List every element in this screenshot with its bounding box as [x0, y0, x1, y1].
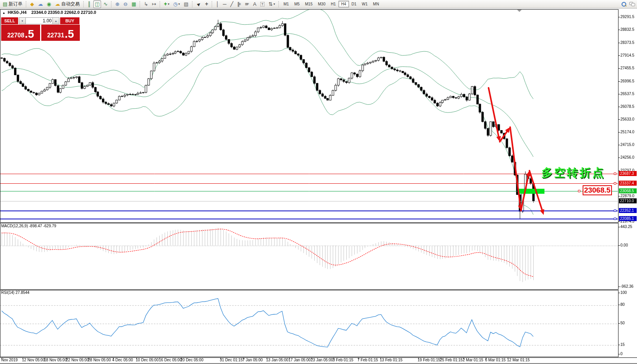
- chart-shift-icon[interactable]: ↦: [150, 0, 158, 8]
- chat-icon[interactable]: [629, 2, 635, 6]
- bar-chart-icon[interactable]: ║: [86, 0, 93, 8]
- timeframe-m5-button[interactable]: M5: [292, 1, 302, 7]
- time-axis-label: 28 Nov 05:00: [88, 358, 111, 362]
- fibonacci-icon[interactable]: ≡F: [243, 0, 251, 8]
- sell-price-main: 22708: [7, 31, 25, 40]
- volume-input[interactable]: [25, 17, 53, 24]
- time-axis-label: 12 Mar 01:15: [507, 358, 530, 362]
- horizontal-line-icon[interactable]: ─: [221, 0, 228, 8]
- timeframe-m1-button[interactable]: M1: [281, 1, 292, 7]
- tline-icon: ╱: [230, 2, 233, 7]
- crosshair-icon: +: [205, 2, 208, 7]
- signal-icon[interactable]: ◉: [45, 0, 52, 8]
- autotrade-icon: ☁: [55, 2, 60, 7]
- time-axis-label: 13 Jan 05:00: [266, 358, 288, 362]
- trendline-icon[interactable]: ╱: [229, 0, 235, 8]
- price-level-badge: 22352.1: [619, 208, 637, 213]
- market-watch-icon[interactable]: ☁: [36, 0, 44, 8]
- autotrade-button[interactable]: ☁自动交易: [54, 0, 81, 8]
- timeframe-m30-button[interactable]: M30: [315, 1, 328, 7]
- timeframe-m15-button[interactable]: M15: [302, 1, 315, 7]
- sell-button[interactable]: SELL: [1, 17, 18, 24]
- templates-icon[interactable]: ▧: [182, 0, 190, 8]
- cloud-user-icon: ☁: [38, 2, 43, 7]
- price-axis-label: 50: [620, 321, 625, 325]
- toolbar-separator: [111, 1, 112, 7]
- time-axis-label: 10 Dec 05:00: [136, 358, 159, 362]
- time-axis-label: 4 Dec 05:00: [112, 358, 133, 362]
- buy-button[interactable]: BUY: [60, 17, 79, 24]
- price-axis-label: 26078.5: [620, 104, 634, 109]
- periods-button[interactable]: ◷▾: [172, 0, 181, 8]
- auto-scroll-icon: ↳: [144, 2, 148, 7]
- text-icon: A: [253, 2, 256, 7]
- shapes-icon[interactable]: ⇅▾: [267, 0, 276, 8]
- zoom-in-icon[interactable]: ⊕: [114, 0, 121, 8]
- clock-icon: ◷: [173, 2, 177, 7]
- vertical-line-icon[interactable]: │: [214, 0, 221, 8]
- price-axis-label: 27914.5: [620, 53, 634, 57]
- new-order-button[interactable]: ▤新订单: [1, 0, 24, 8]
- price-level-badge: 23687.3: [619, 171, 637, 176]
- channel-icon[interactable]: ∥E: [236, 0, 243, 8]
- price-callout-box[interactable]: 23068.5: [583, 185, 612, 195]
- toolbar-separator: [83, 1, 84, 7]
- buy-price-main: 22731: [47, 31, 64, 40]
- chart-shift-icon: ↦: [152, 2, 156, 7]
- price-axis-label: 22879.0: [620, 194, 634, 198]
- search-icon[interactable]: [622, 2, 626, 7]
- signal-icon: ◉: [47, 2, 51, 7]
- price-chart-canvas[interactable]: [0, 0, 637, 364]
- time-axis-label: 3 Feb 01:15: [333, 358, 353, 362]
- time-axis-label: 13 Feb 01:15: [380, 358, 403, 362]
- timeframe-d1-button[interactable]: D1: [349, 1, 359, 7]
- shapes-icon: ⇅: [268, 2, 273, 7]
- timeframe-w1-button[interactable]: W1: [359, 1, 370, 7]
- buy-price[interactable]: 22731 .5: [41, 25, 80, 41]
- crosshair-icon[interactable]: +: [204, 0, 210, 8]
- time-axis-label: Nov 2019: [1, 358, 18, 362]
- line-chart-icon[interactable]: ∿: [102, 0, 109, 8]
- chevron-down-icon: ▾: [179, 2, 180, 6]
- label-icon[interactable]: T: [259, 0, 266, 8]
- cursor-icon[interactable]: ►: [195, 0, 203, 8]
- price-level-badge: 23068.5: [619, 188, 637, 193]
- volume-increase-button[interactable]: ▲: [52, 17, 59, 24]
- volume-decrease-button[interactable]: ▼: [19, 17, 26, 24]
- toolbar-separator: [160, 1, 160, 7]
- text-icon[interactable]: A: [251, 0, 258, 8]
- timeframe-mn-button[interactable]: MN: [370, 1, 382, 7]
- price-axis-label: 0.00: [620, 243, 628, 247]
- indicators-button[interactable]: +▾: [162, 0, 171, 8]
- toolbar: ▤新订单◆☁◉☁自动交易║◫∿⊕⊖▦↳↦+▾◷▾▧►+│─╱∥E≡FAT⇅▾M1…: [0, 0, 637, 8]
- candlestick-icon[interactable]: ◫: [93, 0, 101, 8]
- time-axis-label: 2 Mar 01:15: [463, 358, 483, 362]
- price-axis-label: 28373.5: [620, 40, 634, 45]
- autotrade-button-label: 自动交易: [61, 1, 80, 7]
- fold-icon: ◆: [30, 2, 34, 7]
- price-axis-label: 25174.0: [620, 130, 634, 134]
- zoom-out-icon: ⊖: [123, 2, 128, 7]
- symbol-name: HK50-,H4: [8, 10, 27, 15]
- timeframe-h1-button[interactable]: H1: [328, 1, 339, 7]
- sell-price-fraction: .5: [25, 29, 34, 40]
- time-axis-label: 23 Jan 05:00: [311, 358, 333, 362]
- price-axis-label: 443.25: [620, 225, 632, 229]
- price-axis-label: 26537.5: [620, 92, 634, 96]
- fold-charts-icon[interactable]: ◆: [29, 0, 35, 8]
- turning-point-annotation[interactable]: 多空转折点: [541, 165, 605, 181]
- template-icon: ▧: [184, 2, 189, 7]
- time-axis-label: 20 Dec 05:00: [180, 358, 204, 362]
- timeframe-h4-button[interactable]: H4: [339, 1, 349, 7]
- tile-windows-icon[interactable]: ▦: [130, 0, 138, 8]
- price-axis-label: 27455.5: [620, 66, 634, 70]
- sell-price[interactable]: 22708 .5: [1, 25, 40, 41]
- price-axis-label: 15: [620, 342, 625, 347]
- price-axis-label: 0: [620, 352, 623, 356]
- toolbar-separator: [140, 1, 140, 7]
- price-axis-label: 24715.0: [620, 143, 634, 147]
- zoom-out-icon[interactable]: ⊖: [122, 0, 129, 8]
- auto-scroll-icon[interactable]: ↳: [142, 0, 150, 8]
- price-axis-label: 25633.0: [620, 117, 634, 121]
- collapse-trade-panel-icon[interactable]: ▲: [2, 11, 5, 15]
